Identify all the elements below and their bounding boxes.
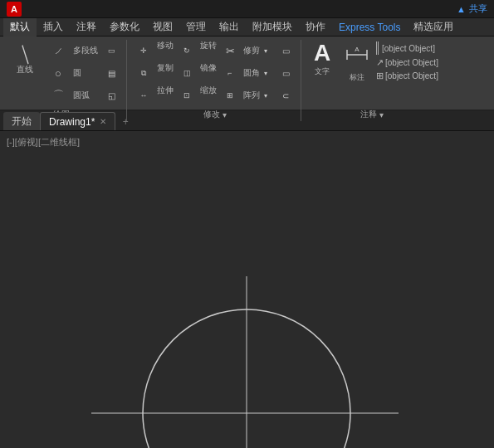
menu-bar: 默认 插入 注释 参数化 视图 管理 输出 附加模块 协作 Express To… xyxy=(0,18,494,37)
dim-label: 标注 xyxy=(350,72,364,83)
canvas-svg xyxy=(0,131,494,448)
arc-tool[interactable]: ⌒ xyxy=(45,85,71,106)
svg-text:A: A xyxy=(355,46,359,53)
trim-tool[interactable]: ✂ xyxy=(218,40,242,61)
circle-icon: ○ xyxy=(55,67,61,80)
arc-icon: ⌒ xyxy=(53,88,64,103)
rectangle-icon: ▭ xyxy=(108,46,115,55)
canvas-area: [-][俯视][二维线框] xyxy=(0,131,494,448)
menu-item-annotate[interactable]: 注释 xyxy=(70,18,103,37)
circle-label: 圆 xyxy=(73,67,81,79)
annot-group-label: 注释 ▾ xyxy=(306,108,438,121)
draw-group: ╱ 直线 ⟋ 多段线 ○ xyxy=(3,40,127,121)
tab-start-label: 开始 xyxy=(12,114,32,129)
fillet-more-btn[interactable]: ▾ xyxy=(261,64,271,82)
dim-icon: A xyxy=(344,41,370,71)
menu-item-manage[interactable]: 管理 xyxy=(179,18,213,37)
share-label: 共享 xyxy=(469,2,487,15)
array-tool[interactable]: ⊞ xyxy=(218,85,242,106)
menu-item-addmodule[interactable]: 附加模块 xyxy=(246,18,299,37)
menu-item-collaborate[interactable]: 协作 xyxy=(299,18,332,37)
rectangle-tool[interactable]: ▭ xyxy=(100,40,123,61)
tab-drawing[interactable]: Drawing1* ✕ xyxy=(40,112,115,130)
text-tool[interactable]: A 文字 xyxy=(306,41,338,77)
text-icon: A xyxy=(314,41,330,65)
moretool[interactable]: ⊂ xyxy=(274,85,297,106)
region-icon: ◱ xyxy=(108,91,115,100)
fillet-label: 圆角 xyxy=(243,67,260,79)
move-tool[interactable]: ✛ xyxy=(132,40,155,61)
ribbon: ╱ 直线 ⟋ 多段线 ○ xyxy=(0,37,494,111)
scale-tool[interactable]: ⊡ xyxy=(175,85,198,106)
rotate-label: 旋转 xyxy=(200,40,217,61)
mirror-tool[interactable]: ◫ xyxy=(175,62,198,84)
table-icon: ⊞ xyxy=(376,71,384,81)
modify-dropdown-arrow[interactable]: ▾ xyxy=(223,110,227,119)
menu-item-view[interactable]: 视图 xyxy=(146,18,179,37)
mirror-icon: ◫ xyxy=(183,69,191,77)
copy-label: 复制 xyxy=(157,62,174,84)
share-icon: ▲ xyxy=(457,4,466,14)
stretch-tool[interactable]: ↔ xyxy=(132,85,155,106)
rotate-tool[interactable]: ↻ xyxy=(175,40,198,61)
app-logo: A xyxy=(7,2,22,17)
rotate-icon: ↻ xyxy=(183,46,190,55)
menu-item-default[interactable]: 默认 xyxy=(3,18,37,37)
menu-item-output[interactable]: 输出 xyxy=(213,18,246,37)
stretch-icon: ↔ xyxy=(140,91,148,100)
tab-add-button[interactable]: + xyxy=(117,114,134,130)
fillet-icon: ⌐ xyxy=(227,69,232,77)
arrow-icon: ↗ xyxy=(376,57,384,68)
joinmore-icon: ▭ xyxy=(282,69,290,78)
move-label: 移动 xyxy=(157,40,174,61)
copy-tool[interactable]: ⧉ xyxy=(132,62,155,84)
annot-group: A 文字 A 标注 xyxy=(303,40,442,121)
polyline-tool[interactable]: ⟋ xyxy=(45,40,71,61)
menu-item-expresstools[interactable]: Express Tools xyxy=(332,18,407,37)
linestyle-label[interactable]: [object Object] xyxy=(382,44,435,53)
line-label: 直线 xyxy=(17,64,33,75)
hatch-tool[interactable]: ▤ xyxy=(100,62,123,84)
explode-tool[interactable]: ▭ xyxy=(274,40,297,61)
polyline-icon: ⟋ xyxy=(53,45,64,57)
scale-icon: ⊡ xyxy=(183,91,190,100)
arrow-label[interactable]: [object Object] xyxy=(385,58,438,67)
tab-start[interactable]: 开始 xyxy=(3,112,40,130)
trim-more-btn[interactable]: ▾ xyxy=(261,41,271,60)
fillet-tool[interactable]: ⌐ xyxy=(218,62,242,84)
stretch-label: 拉伸 xyxy=(157,85,174,106)
region-tool[interactable]: ◱ xyxy=(100,85,123,106)
hatch-icon: ▤ xyxy=(108,69,115,78)
text-label: 文字 xyxy=(315,66,330,77)
array-label: 阵列 xyxy=(243,90,260,101)
dim-tool[interactable]: A 标注 xyxy=(341,41,373,83)
trim-label: 修剪 xyxy=(243,45,260,56)
array-more-btn[interactable]: ▾ xyxy=(261,86,271,105)
polyline-label: 多段线 xyxy=(73,45,98,56)
title-bar: A ▲ 共享 xyxy=(0,0,494,18)
tab-drawing-close[interactable]: ✕ xyxy=(100,117,106,126)
circle-tool[interactable]: ○ xyxy=(45,62,71,84)
modify-group: ✛ 移动 ⧉ 复制 ↔ 拉伸 xyxy=(129,40,301,121)
modify-group-label: 修改 ▾ xyxy=(132,108,297,121)
copy-icon: ⧉ xyxy=(141,69,146,78)
table-label[interactable]: [object Object] xyxy=(385,71,438,80)
menu-item-findeapp[interactable]: 精选应用 xyxy=(407,18,460,37)
explode-icon: ▭ xyxy=(282,46,290,56)
menu-item-param[interactable]: 参数化 xyxy=(103,18,146,37)
line-icon: ╱ xyxy=(17,46,34,64)
trim-icon: ✂ xyxy=(226,45,235,57)
array-icon: ⊞ xyxy=(227,91,233,100)
tab-drawing-label: Drawing1* xyxy=(49,116,95,128)
annot-dropdown-arrow[interactable]: ▾ xyxy=(379,110,384,119)
line-tool[interactable]: ╱ 直线 xyxy=(7,40,43,83)
moretool-icon: ⊂ xyxy=(282,91,289,100)
joinmore-tool[interactable]: ▭ xyxy=(274,62,297,84)
scale-label: 缩放 xyxy=(200,85,217,106)
move-icon: ✛ xyxy=(140,46,147,55)
mirror-label: 镜像 xyxy=(200,62,217,84)
tab-add-icon: + xyxy=(123,116,129,128)
share-button[interactable]: ▲ 共享 xyxy=(457,2,487,15)
arc-label: 圆弧 xyxy=(73,90,90,101)
menu-item-insert[interactable]: 插入 xyxy=(37,18,70,37)
